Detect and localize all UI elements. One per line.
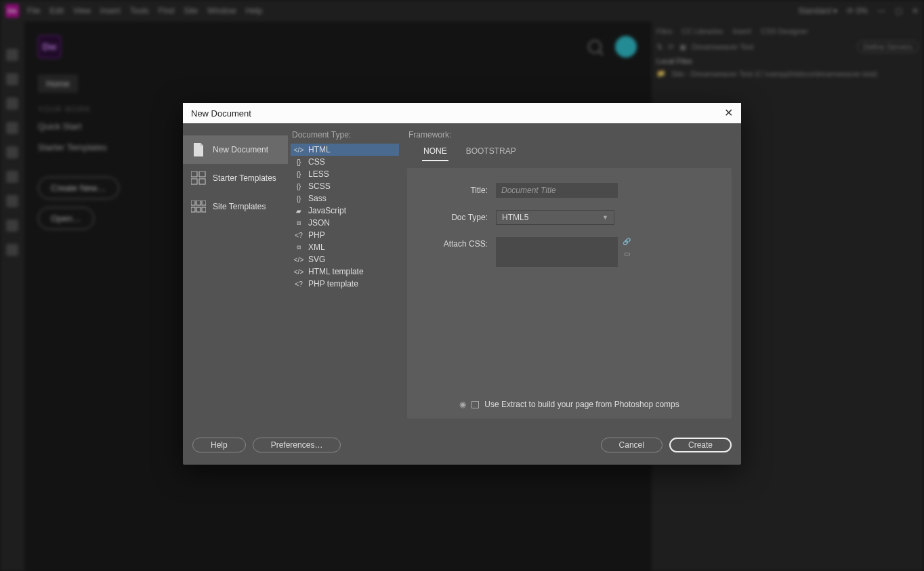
- braces-icon: {}: [293, 182, 304, 191]
- attach-css-label: Attach CSS:: [418, 237, 496, 249]
- doctype-select[interactable]: HTML5 ▼: [496, 210, 614, 225]
- doctype-label: PHP: [308, 230, 325, 240]
- framework-label: Framework:: [407, 130, 732, 140]
- category-label: New Document: [213, 145, 268, 154]
- cancel-button[interactable]: Cancel: [601, 438, 663, 452]
- category-label: Site Templates: [213, 202, 266, 211]
- new-document-dialog: New Document ✕ New Document Starter Temp…: [183, 103, 741, 465]
- doctype-javascript[interactable]: ▰JavaScript: [291, 205, 399, 217]
- doctype-sass[interactable]: {}Sass: [291, 192, 399, 205]
- doctype-label: Doc Type:: [418, 213, 496, 222]
- framework-tab-bootstrap[interactable]: BOOTSTRAP: [465, 144, 518, 161]
- framework-tab-none[interactable]: NONE: [422, 144, 448, 161]
- doctype-label: SCSS: [308, 182, 331, 191]
- doctype-html-template[interactable]: </>HTML template: [291, 266, 399, 278]
- extract-checkbox[interactable]: [471, 401, 479, 408]
- braces-icon: {}: [293, 169, 304, 179]
- document-type-label: Document Type:: [291, 130, 399, 140]
- doctype-scss[interactable]: {}SCSS: [291, 180, 399, 192]
- extract-icon: ◉: [459, 400, 466, 409]
- chevron-down-icon: ▼: [602, 214, 608, 221]
- svg-rect-9: [202, 207, 206, 212]
- doctype-label: Sass: [308, 194, 327, 203]
- doctype-less[interactable]: {}LESS: [291, 168, 399, 180]
- data-icon: ⧈: [293, 242, 304, 252]
- doctype-php[interactable]: <?PHP: [291, 229, 399, 241]
- doctype-label: JSON: [308, 218, 330, 228]
- category-starter-templates[interactable]: Starter Templates: [183, 164, 288, 192]
- attach-css-list[interactable]: [496, 237, 618, 267]
- grid-icon: [191, 171, 206, 186]
- doctype-xml[interactable]: ⧈XML: [291, 241, 399, 253]
- preferences-button[interactable]: Preferences…: [253, 438, 341, 452]
- close-icon[interactable]: ✕: [724, 108, 733, 119]
- js-icon: ▰: [293, 206, 304, 215]
- doctype-label: PHP template: [308, 279, 358, 289]
- php-icon: <?: [293, 230, 304, 240]
- form-area: Framework: NONE BOOTSTRAP Title: Doc Typ…: [402, 130, 741, 428]
- svg-rect-2: [191, 179, 197, 184]
- category-site-templates[interactable]: Site Templates: [183, 192, 288, 221]
- remove-css-icon[interactable]: ▭: [622, 249, 631, 257]
- dialog-title: New Document: [191, 108, 251, 119]
- doctype-svg[interactable]: </>SVG: [291, 253, 399, 266]
- document-icon: [191, 142, 206, 157]
- form-panel: Title: Doc Type: HTML5 ▼ Attach CSS:: [407, 168, 732, 419]
- svg-rect-8: [196, 207, 201, 212]
- category-list: New Document Starter Templates Site Temp…: [183, 130, 288, 428]
- svg-rect-6: [202, 200, 206, 205]
- doctype-json[interactable]: ⧈JSON: [291, 217, 399, 229]
- doctype-css[interactable]: {}CSS: [291, 156, 399, 168]
- title-label: Title:: [418, 186, 496, 195]
- dialog-titlebar: New Document ✕: [183, 103, 741, 123]
- help-button[interactable]: Help: [192, 438, 246, 452]
- svg-rect-4: [191, 200, 195, 205]
- create-button[interactable]: Create: [669, 438, 732, 452]
- data-icon: ⧈: [293, 218, 304, 228]
- framework-tabs: NONE BOOTSTRAP: [422, 144, 732, 161]
- braces-icon: {}: [293, 194, 304, 203]
- doctype-php-template[interactable]: <?PHP template: [291, 278, 399, 290]
- doctype-label: SVG: [308, 255, 325, 264]
- doctype-label: HTML template: [308, 267, 364, 276]
- document-type-list: Document Type: </>HTML {}CSS {}LESS {}SC…: [288, 130, 402, 428]
- dialog-footer: Help Preferences… Cancel Create: [183, 428, 741, 465]
- svg-rect-7: [191, 207, 195, 212]
- code-icon: </>: [293, 145, 304, 154]
- title-input[interactable]: [496, 183, 618, 198]
- doctype-label: HTML: [308, 145, 331, 154]
- svg-rect-0: [191, 171, 197, 177]
- php-icon: <?: [293, 279, 304, 289]
- svg-rect-3: [199, 179, 205, 184]
- code-icon: </>: [293, 255, 304, 264]
- link-css-icon[interactable]: 🔗: [622, 237, 631, 245]
- category-new-document[interactable]: New Document: [183, 135, 288, 164]
- doctype-html[interactable]: </>HTML: [291, 144, 399, 156]
- doctype-label: XML: [308, 242, 325, 252]
- modal-overlay: New Document ✕ New Document Starter Temp…: [0, 0, 924, 571]
- doctype-label: JavaScript: [308, 206, 346, 215]
- svg-rect-1: [199, 171, 205, 177]
- grid-icon: [191, 199, 206, 214]
- svg-rect-5: [196, 200, 201, 205]
- braces-icon: {}: [293, 157, 304, 167]
- doctype-value: HTML5: [502, 213, 528, 222]
- code-icon: </>: [293, 267, 304, 276]
- category-label: Starter Templates: [213, 173, 276, 183]
- doctype-label: CSS: [308, 157, 325, 167]
- extract-label: Use Extract to build your page from Phot…: [484, 400, 679, 409]
- doctype-label: LESS: [308, 169, 329, 179]
